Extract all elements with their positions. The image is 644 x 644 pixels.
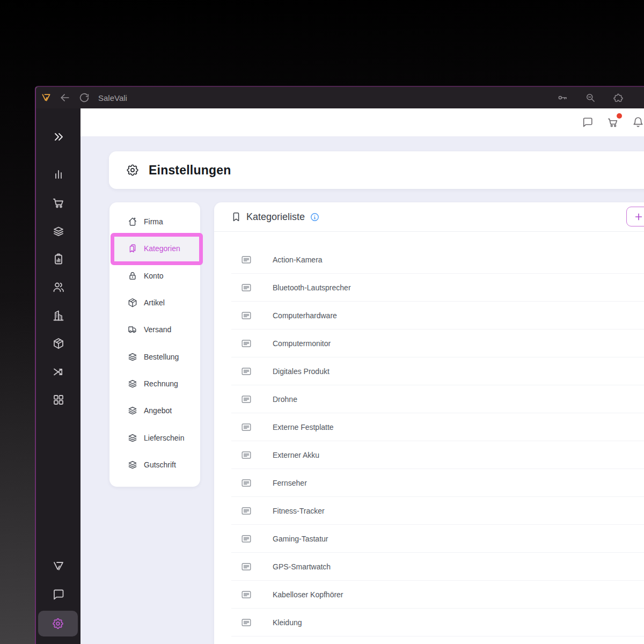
category-row[interactable]: Digitales Produkt: [231, 357, 644, 385]
note-icon: [240, 505, 252, 517]
note-icon: [240, 310, 252, 321]
category-row[interactable]: Computerhardware: [231, 302, 644, 330]
chevrons-right-icon: [52, 130, 65, 143]
settings-menu-item-firma[interactable]: Firma: [109, 208, 200, 235]
note-icon: [240, 561, 252, 573]
note-icon: [240, 338, 252, 349]
category-row[interactable]: Kleidung: [231, 609, 644, 636]
category-name: Action-Kamera: [273, 255, 323, 264]
category-row[interactable]: Externer Akku: [231, 441, 644, 469]
notifications-button[interactable]: [632, 116, 644, 128]
category-name: Externe Festplatte: [273, 423, 334, 431]
settings-menu-item-gutschrift[interactable]: Gutschrift: [109, 451, 200, 478]
plus-icon: [633, 211, 644, 222]
category-list-card: Kategorieliste Action-Kamera: [214, 202, 644, 644]
extension-puzzle-icon[interactable]: [613, 92, 624, 103]
key-icon[interactable]: [557, 92, 568, 103]
refresh-icon[interactable]: [78, 92, 90, 104]
menu-item-label: Kategorien: [144, 244, 180, 253]
brand-v-icon: [52, 560, 65, 573]
note-icon: [240, 449, 252, 461]
settings-menu-item-angebot[interactable]: Angebot: [109, 397, 200, 424]
sidebar-item-apps[interactable]: [36, 393, 80, 406]
home-icon: [127, 216, 138, 227]
sidebar-item-sales[interactable]: [36, 196, 80, 209]
cart-icon: [52, 196, 65, 209]
package-icon: [127, 297, 138, 308]
zoom-out-icon[interactable]: [585, 92, 596, 103]
bar-chart-icon: [52, 168, 65, 181]
bell-icon: [632, 116, 644, 128]
sidebar-item-settings-active[interactable]: [38, 611, 78, 636]
sidebar-item-statistics[interactable]: [36, 168, 80, 181]
category-name: Fitness-Tracker: [273, 507, 325, 515]
stack-icon: [127, 459, 138, 470]
category-name: Digitales Produkt: [273, 367, 330, 376]
browser-window: SaleVali: [35, 86, 644, 644]
sidebar-item-customers[interactable]: [36, 281, 80, 294]
menu-item-label: Artikel: [144, 298, 165, 307]
settings-menu-item-lieferschein[interactable]: Lieferschein: [109, 424, 200, 451]
settings-menu-item-artikel[interactable]: Artikel: [109, 289, 200, 316]
layers-icon: [52, 225, 65, 238]
settings-menu: Firma Kategorien Konto Artikel: [109, 202, 200, 487]
sidebar-item-reports[interactable]: [36, 253, 80, 266]
chat-button[interactable]: [582, 116, 594, 128]
sidebar-item-feedback[interactable]: [36, 588, 80, 601]
note-icon: [240, 393, 252, 405]
browser-bar: SaleVali: [36, 87, 644, 108]
sidebar-item-company[interactable]: [36, 309, 80, 322]
sidebar-item-brand[interactable]: [36, 560, 80, 573]
note-icon: [240, 477, 252, 489]
category-name: GPS-Smartwatch: [273, 562, 331, 571]
sidebar-item-transfers[interactable]: [36, 365, 80, 378]
page-title: Einstellungen: [149, 163, 231, 178]
lock-icon: [127, 270, 138, 281]
note-icon: [240, 282, 252, 294]
stack-icon: [127, 405, 138, 416]
settings-menu-item-konto[interactable]: Konto: [109, 262, 200, 289]
note-icon: [240, 617, 252, 628]
sidebar-expand-button[interactable]: [36, 130, 80, 143]
menu-item-label: Angebot: [144, 406, 172, 415]
settings-menu-item-rechnung[interactable]: Rechnung: [109, 370, 200, 397]
category-row[interactable]: Drohne: [231, 385, 644, 413]
category-name: Computermonitor: [273, 339, 331, 348]
category-name: Fernseher: [273, 479, 307, 487]
bookmark-icon: [230, 211, 242, 223]
gear-icon: [52, 617, 64, 630]
category-row[interactable]: Computermonitor: [231, 330, 644, 357]
category-row[interactable]: Bluetooth-Lautsprecher: [231, 274, 644, 302]
category-row[interactable]: Externe Festplatte: [231, 413, 644, 441]
settings-menu-item-bestellung[interactable]: Bestellung: [109, 343, 200, 370]
sidebar-item-stock[interactable]: [36, 225, 80, 238]
truck-icon: [127, 324, 138, 335]
cart-notification-badge: [617, 113, 622, 119]
add-category-button[interactable]: [626, 207, 644, 226]
category-name: Kabelloser Kopfhörer: [273, 590, 343, 599]
category-name: Kleidung: [273, 618, 302, 627]
category-list-title: Kategorieliste: [246, 211, 305, 223]
chat-icon: [582, 116, 594, 128]
category-row[interactable]: Gaming-Tastatur: [231, 525, 644, 553]
info-icon[interactable]: [310, 212, 320, 222]
category-name: Gaming-Tastatur: [273, 535, 328, 543]
note-icon: [240, 365, 252, 377]
grid-icon: [52, 393, 65, 406]
top-toolbar: [80, 108, 644, 136]
category-row[interactable]: Kabelloser Kopfhörer: [231, 581, 644, 609]
cart-button[interactable]: [607, 116, 619, 128]
settings-menu-item-versand[interactable]: Versand: [109, 316, 200, 343]
back-arrow-icon[interactable]: [59, 92, 71, 104]
category-row[interactable]: Fitness-Tracker: [231, 497, 644, 525]
category-row[interactable]: Action-Kamera: [231, 246, 644, 274]
category-row[interactable]: Fernseher: [231, 469, 644, 497]
settings-menu-item-kategorien[interactable]: Kategorien: [109, 235, 200, 262]
category-row[interactable]: GPS-Smartwatch: [231, 553, 644, 581]
bookmark-double-icon: [127, 243, 138, 254]
sidebar-item-products[interactable]: [36, 337, 80, 350]
category-name: Computerhardware: [273, 311, 337, 320]
building-icon: [52, 309, 65, 322]
cart-icon: [607, 116, 619, 128]
menu-item-label: Rechnung: [144, 379, 178, 388]
